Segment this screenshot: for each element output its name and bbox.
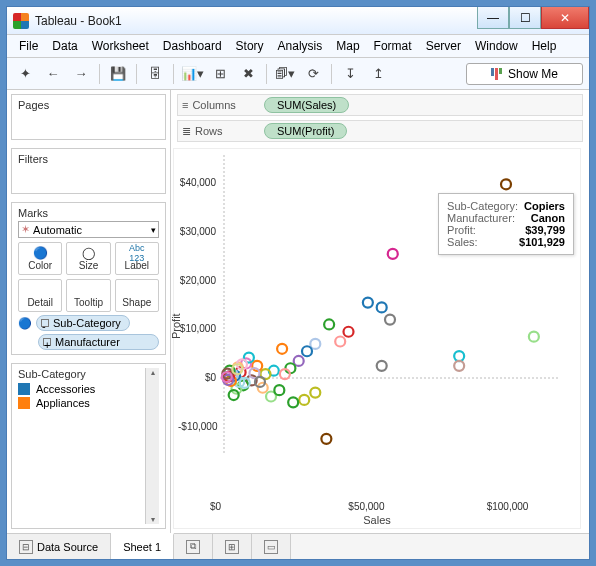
y-tick: $10,000 (178, 323, 216, 334)
show-me-label: Show Me (508, 67, 558, 81)
autoupdate-button[interactable]: 📊▾ (180, 63, 204, 85)
svg-point-9 (454, 361, 464, 371)
new-dashboard-button[interactable]: ⊞ (213, 534, 252, 559)
chart-area[interactable]: Profit Sales Sub-Category:Copiers Manufa… (173, 148, 581, 529)
y-tick: $30,000 (178, 226, 216, 237)
app-window: Tableau - Book1 — ☐ ✕ File Data Workshee… (6, 6, 590, 560)
x-tick: $0 (210, 501, 221, 512)
x-tick: $100,000 (487, 501, 529, 512)
columns-icon: ≡ (182, 99, 188, 111)
menu-window[interactable]: Window (469, 37, 524, 55)
menu-map[interactable]: Map (330, 37, 365, 55)
titlebar: Tableau - Book1 — ☐ ✕ (7, 7, 589, 35)
menu-dashboard[interactable]: Dashboard (157, 37, 228, 55)
pages-label: Pages (18, 99, 159, 113)
svg-point-10 (377, 361, 387, 371)
svg-point-7 (529, 332, 539, 342)
new-story-button[interactable]: ▭ (252, 534, 291, 559)
show-me-button[interactable]: Show Me (466, 63, 583, 85)
svg-point-5 (377, 302, 387, 312)
svg-point-31 (310, 388, 320, 398)
logo-icon[interactable]: ✦ (13, 63, 37, 85)
toolbar: ✦ ← → 💾 🗄 📊▾ ⊞ ✖ 🗐▾ ⟳ ↧ ↥ Show Me (7, 58, 589, 90)
svg-point-13 (324, 319, 334, 329)
pill-manufacturer[interactable]: + Manufacturer (38, 334, 159, 350)
menu-worksheet[interactable]: Worksheet (86, 37, 155, 55)
sort-desc-button[interactable]: ↥ (366, 63, 390, 85)
menu-help[interactable]: Help (526, 37, 563, 55)
duplicate-button[interactable]: 🗐▾ (273, 63, 297, 85)
tooltip-button[interactable]: Tooltip (66, 279, 110, 312)
maximize-button[interactable]: ☐ (509, 7, 541, 29)
columns-pill[interactable]: SUM(Sales) (264, 97, 349, 113)
close-button[interactable]: ✕ (541, 7, 589, 29)
swap-button[interactable]: ⊞ (208, 63, 232, 85)
menu-story[interactable]: Story (230, 37, 270, 55)
rows-pill[interactable]: SUM(Profit) (264, 123, 347, 139)
rows-shelf[interactable]: ≣Rows SUM(Profit) (177, 120, 583, 142)
menu-data[interactable]: Data (46, 37, 83, 55)
forward-button[interactable]: → (69, 63, 93, 85)
svg-point-3 (388, 249, 398, 259)
y-tick: $0 (178, 372, 216, 383)
svg-point-6 (385, 315, 395, 325)
y-tick: $20,000 (178, 275, 216, 286)
menu-format[interactable]: Format (368, 37, 418, 55)
svg-point-14 (310, 339, 320, 349)
svg-point-2 (501, 179, 511, 189)
svg-point-4 (363, 298, 373, 308)
marks-type-select[interactable]: ✶ Automatic (18, 221, 159, 238)
legend-item[interactable]: Appliances (18, 396, 145, 410)
new-worksheet-button[interactable]: ⧉ (174, 534, 213, 559)
svg-point-12 (335, 337, 345, 347)
y-tick: -$10,000 (178, 421, 216, 432)
size-button[interactable]: ◯Size (66, 242, 110, 275)
x-tick: $50,000 (348, 501, 384, 512)
datasource-icon: ⊟ (19, 540, 33, 554)
label-button[interactable]: Abc123Label (115, 242, 159, 275)
filters-shelf[interactable]: Filters (11, 148, 166, 194)
menubar: File Data Worksheet Dashboard Story Anal… (7, 35, 589, 58)
sort-asc-button[interactable]: ↧ (338, 63, 362, 85)
y-tick: $40,000 (178, 177, 216, 188)
svg-point-15 (302, 346, 312, 356)
clear-button[interactable]: ✖ (236, 63, 260, 85)
x-axis-label: Sales (363, 514, 391, 526)
menu-analysis[interactable]: Analysis (272, 37, 329, 55)
app-icon (13, 13, 29, 29)
refresh-button[interactable]: ⟳ (301, 63, 325, 85)
detail-button[interactable]: Detail (18, 279, 62, 312)
legend-item[interactable]: Accessories (18, 382, 145, 396)
tooltip: Sub-Category:Copiers Manufacturer:Canon … (438, 193, 574, 255)
color-drop-icon: 🔵 (18, 316, 32, 330)
marks-card: Marks ✶ Automatic 🔵Color ◯Size Abc123Lab… (11, 202, 166, 355)
svg-point-33 (288, 397, 298, 407)
shape-button[interactable]: Shape (115, 279, 159, 312)
legend-title: Sub-Category (18, 368, 145, 382)
svg-point-16 (294, 356, 304, 366)
tab-sheet1[interactable]: Sheet 1 (111, 533, 174, 559)
tab-datasource[interactable]: ⊟ Data Source (7, 534, 111, 559)
dashboard-icon: ⊞ (225, 540, 239, 554)
legend-card: Sub-Category Accessories Appliances ▴▾ (11, 363, 166, 529)
expand-icon: - (41, 319, 49, 327)
svg-point-32 (299, 395, 309, 405)
svg-point-44 (274, 385, 284, 395)
color-button[interactable]: 🔵Color (18, 242, 62, 275)
minimize-button[interactable]: — (477, 7, 509, 29)
worksheet-icon: ⧉ (186, 540, 200, 554)
back-button[interactable]: ← (41, 63, 65, 85)
save-button[interactable]: 💾 (106, 63, 130, 85)
filters-label: Filters (18, 153, 159, 167)
datasource-button[interactable]: 🗄 (143, 63, 167, 85)
window-title: Tableau - Book1 (35, 14, 477, 28)
footer: ⊟ Data Source Sheet 1 ⧉ ⊞ ▭ (7, 533, 589, 559)
pill-subcategory[interactable]: - Sub-Category (36, 315, 130, 331)
svg-point-8 (454, 351, 464, 361)
columns-shelf[interactable]: ≡Columns SUM(Sales) (177, 94, 583, 116)
menu-server[interactable]: Server (420, 37, 467, 55)
menu-file[interactable]: File (13, 37, 44, 55)
legend-scrollbar[interactable]: ▴▾ (145, 368, 159, 524)
rows-icon: ≣ (182, 125, 191, 138)
pages-shelf[interactable]: Pages (11, 94, 166, 140)
